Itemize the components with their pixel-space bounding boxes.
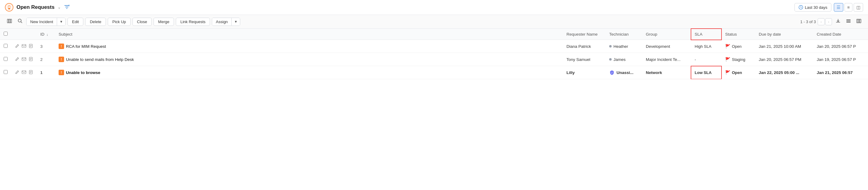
search-button[interactable] [16, 17, 24, 26]
header-technician: Technician [606, 29, 642, 40]
merge-button[interactable]: Merge [154, 18, 174, 26]
header-checkbox-cell [0, 29, 11, 40]
title-chevron-icon[interactable]: ⌄ [58, 5, 61, 9]
edit-row-icon[interactable] [15, 57, 19, 62]
subject-link[interactable]: ! RCA for MIM Request [59, 43, 559, 49]
last-days-label: Last 30 days [805, 5, 828, 10]
row-subject: ! RCA for MIM Request [55, 40, 563, 53]
technician-name: Unassi... [617, 70, 633, 75]
pagination-text: 1 - 3 of 3 [800, 20, 816, 24]
row-id: 2 [37, 53, 55, 66]
list-view-button[interactable]: ☰ [834, 3, 843, 11]
edit-row-icon[interactable] [15, 44, 19, 49]
columns-icon-button[interactable] [5, 17, 14, 26]
row-status: 🚩 Open [721, 40, 755, 53]
toolbar-left: New Incident ▼ Edit Delete Pick Up Close… [5, 17, 240, 26]
prev-page-button[interactable]: ‹ [818, 18, 824, 25]
header-group: Group [642, 29, 691, 40]
header-due-date: Due by date [755, 29, 813, 40]
priority-icon: ! [59, 56, 64, 62]
svg-rect-12 [858, 19, 860, 23]
requests-table: ID ↓ Subject Requester Name Technician G… [0, 29, 868, 79]
column-chooser-button[interactable] [855, 17, 863, 26]
priority-icon: ! [59, 43, 64, 49]
new-incident-button[interactable]: New Incident [27, 18, 57, 26]
row-checkbox-cell [0, 40, 11, 53]
header-requester: Requester Name [563, 29, 606, 40]
pick-up-button[interactable]: Pick Up [108, 18, 131, 26]
row-id: 1 [37, 66, 55, 79]
edit-row-icon[interactable] [15, 70, 19, 75]
table-header-row: ID ↓ Subject Requester Name Technician G… [0, 29, 868, 40]
row-technician: James [606, 53, 642, 66]
next-page-button[interactable]: › [825, 18, 832, 25]
status-badge: 🚩 Open [725, 70, 742, 75]
status-flag-icon: 🚩 [725, 44, 730, 49]
header-id[interactable]: ID ↓ [37, 29, 55, 40]
row-technician: ✓ Unassi... [606, 66, 642, 79]
row-status: 🚩 Open [721, 66, 755, 79]
row-requester: Lilly [563, 66, 606, 79]
row-checkbox[interactable] [4, 70, 8, 74]
row-checkbox[interactable] [4, 44, 8, 48]
svg-rect-18 [22, 58, 26, 61]
status-badge: 🚩 Staging [725, 57, 745, 62]
svg-rect-11 [857, 19, 858, 23]
row-sla: High SLA [691, 40, 721, 53]
row-created-date: Jan 20, 2025 06:57 P [813, 40, 868, 53]
svg-rect-22 [22, 71, 26, 74]
svg-text:✓: ✓ [611, 72, 613, 74]
row-created-date: Jan 21, 2025 06:57 [813, 66, 868, 79]
status-flag-icon: 🚩 [725, 57, 730, 62]
note-row-icon[interactable] [29, 70, 33, 75]
assign-button[interactable]: Assign [212, 18, 231, 26]
row-due-date: Jan 22, 2025 05:00 ... [755, 66, 813, 79]
assign-dropdown[interactable]: ▼ [231, 18, 240, 26]
header-status: Status [721, 29, 755, 40]
top-bar: Open Requests ⌄ Last 30 days ☰ ≡ ◫ [0, 0, 868, 15]
delete-button[interactable]: Delete [85, 18, 106, 26]
mail-row-icon[interactable] [22, 57, 26, 62]
tech-status-dot [609, 58, 612, 61]
svg-rect-13 [860, 19, 861, 23]
header-sla: SLA [691, 29, 721, 40]
view-icons: ☰ ≡ ◫ [834, 3, 863, 11]
row-group: Development [642, 40, 691, 53]
app-icon [5, 3, 13, 11]
row-technician: Heather [606, 40, 642, 53]
grid-view-button[interactable]: ◫ [854, 3, 863, 11]
svg-point-1 [8, 6, 10, 8]
header-actions-cell [11, 29, 37, 40]
toolbar-right: 1 - 3 of 3 ‹ › [800, 17, 863, 26]
download-button[interactable] [834, 17, 842, 26]
row-checkbox[interactable] [4, 57, 8, 61]
svg-text:!: ! [61, 58, 62, 61]
pagination-nav: ‹ › [818, 18, 832, 25]
status-text: Open [732, 70, 742, 75]
table-row: 3 ! RCA for MIM Request Diana Patrick He… [0, 40, 868, 53]
row-group: Network [642, 66, 691, 79]
svg-rect-8 [846, 20, 850, 20]
mail-row-icon[interactable] [22, 44, 26, 49]
subject-link[interactable]: ! Unable to browse [59, 70, 559, 75]
status-text: Staging [732, 57, 745, 62]
note-row-icon[interactable] [29, 57, 33, 62]
new-incident-dropdown[interactable]: ▼ [57, 18, 65, 26]
note-row-icon[interactable] [29, 44, 33, 49]
mail-row-icon[interactable] [22, 70, 26, 75]
link-requests-button[interactable]: Link Requests [176, 18, 210, 26]
clock-icon [798, 5, 803, 10]
edit-button[interactable]: Edit [67, 18, 83, 26]
tech-status-dot [609, 45, 612, 47]
tech-shield-icon: ✓ [609, 70, 615, 75]
technician-name: James [614, 57, 626, 62]
detail-view-button[interactable]: ≡ [844, 3, 852, 11]
status-text: Open [732, 44, 742, 49]
close-button[interactable]: Close [132, 18, 152, 26]
row-sla: - [691, 53, 721, 66]
subject-link[interactable]: ! Unable to send mails from Help Desk [59, 56, 559, 62]
select-all-checkbox[interactable] [4, 32, 8, 36]
last-days-button[interactable]: Last 30 days [795, 3, 831, 11]
list-options-button[interactable] [844, 17, 853, 26]
filter-icon[interactable] [64, 4, 70, 11]
